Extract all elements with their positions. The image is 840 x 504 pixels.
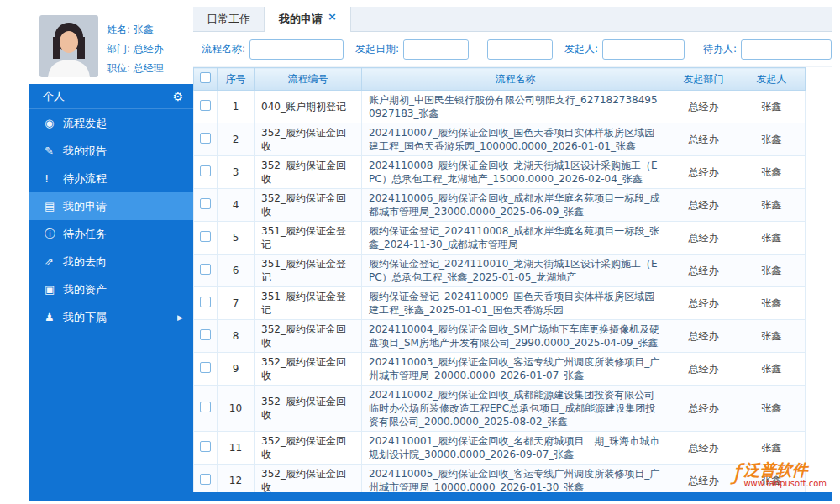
cell-initiator: 张鑫 <box>738 123 806 156</box>
sidebar-item-my-assets[interactable]: ▣我的资产 <box>29 276 193 303</box>
cell-process-name[interactable]: 2024110008_履约保证金回收_龙湖天街城1区设计采购施工（EPC）总承包… <box>362 156 669 189</box>
col-header-no: 序号 <box>218 68 255 91</box>
cell-process-name[interactable]: 履约保证金登记_2024110008_成都水岸华庭名苑项目一标段_张鑫_2024… <box>362 222 669 255</box>
cell-process-name[interactable]: 2024110005_履约保证金回收_客运专线广州调度所装修项目_广州城市管理局… <box>362 465 669 493</box>
initiator-input[interactable] <box>602 39 685 60</box>
sidebar-item-my-reports[interactable]: ✎我的报告 <box>29 137 193 165</box>
cell-process-name[interactable]: 2024110002_履约保证金回收_成都能源建设集团投资有限公司临时办公场所装… <box>362 386 669 432</box>
table-row[interactable]: 2 352_履约保证金回收 2024110007_履约保证金回收_国色天香项目实… <box>194 123 806 156</box>
cell-department: 总经办 <box>669 91 738 123</box>
cell-process-code: 351_履约保证金登记 <box>255 255 362 287</box>
row-checkbox[interactable] <box>200 231 211 242</box>
cell-checkbox <box>194 156 218 189</box>
cell-process-code: 352_履约保证金回收 <box>255 353 362 386</box>
cell-no: 7 <box>218 287 255 320</box>
cell-process-name[interactable]: 2024110001_履约保证金回收_名都天府城项目二期_珠海市城市规划设计院_… <box>362 432 669 465</box>
col-header-initiator: 发起人 <box>738 68 806 91</box>
cell-process-name[interactable]: 2024110006_履约保证金回收_成都水岸华庭名苑项目一标段_成都城市管理局… <box>362 189 669 222</box>
report-icon: ✎ <box>45 144 63 157</box>
date-from-input[interactable] <box>404 41 469 58</box>
avatar <box>39 15 98 77</box>
row-checkbox[interactable] <box>200 264 211 275</box>
cell-process-name[interactable]: 履约保证金登记_2024110010_龙湖天街城1区设计采购施工（EPC）总承包… <box>362 255 669 287</box>
table-row[interactable]: 11 352_履约保证金回收 2024110001_履约保证金回收_名都天府城项… <box>194 432 806 465</box>
row-checkbox[interactable] <box>200 133 211 144</box>
cell-no: 6 <box>218 255 255 287</box>
cell-process-code: 352_履约保证金回收 <box>255 432 362 465</box>
camera-icon: ▣ <box>45 283 63 296</box>
cell-checkbox <box>194 91 218 123</box>
cell-checkbox <box>194 353 218 386</box>
table-row[interactable]: 4 352_履约保证金回收 2024110006_履约保证金回收_成都水岸华庭名… <box>194 189 806 222</box>
date-to-input[interactable] <box>488 41 553 58</box>
col-header-process-name: 流程名称 <box>362 68 669 91</box>
sidebar-item-label: 我的资产 <box>63 282 107 297</box>
row-checkbox[interactable] <box>200 402 211 412</box>
cell-no: 10 <box>218 386 255 432</box>
cell-process-name[interactable]: 2024110004_履约保证金回收_SM广场地下车库更换摄像机及硬盘项目_SM… <box>362 320 669 353</box>
process-name-label: 流程名称: <box>202 42 245 56</box>
cell-initiator: 张鑫 <box>738 156 806 189</box>
sidebar-item-my-applications[interactable]: ▤我的申请 <box>29 192 193 220</box>
cell-process-name[interactable]: 2024110007_履约保证金回收_国色天香项目实体样板房区域园建工程_国色天… <box>362 123 669 156</box>
cell-no: 8 <box>218 320 255 353</box>
table-row[interactable]: 12 352_履约保证金回收 2024110005_履约保证金回收_客运专线广州… <box>194 465 806 493</box>
row-checkbox[interactable] <box>200 362 211 373</box>
process-name-input[interactable] <box>249 39 344 60</box>
table-row[interactable]: 10 352_履约保证金回收 2024110002_履约保证金回收_成都能源建设… <box>194 386 806 432</box>
sidebar-item-process-initiation[interactable]: ◉流程发起 <box>29 109 193 137</box>
row-checkbox[interactable] <box>200 198 211 209</box>
cell-process-code: 352_履约保证金回收 <box>255 123 362 156</box>
table-row[interactable]: 1 040_账户期初登记 账户期初_中国民生银行股份有限公司朝阳支行_62718… <box>194 91 806 123</box>
tab-my-applications[interactable]: 我的申请× <box>265 7 351 32</box>
fanpu-logo-icon: ƒ <box>732 460 740 484</box>
start-date-label: 发起日期: <box>355 42 399 56</box>
sidebar-item-pending-processes[interactable]: !待办流程 <box>29 165 193 192</box>
close-icon[interactable]: × <box>328 10 337 23</box>
row-checkbox[interactable] <box>200 441 211 452</box>
sidebar-item-pending-tasks[interactable]: ⓘ待办任务 <box>29 220 193 248</box>
table-row[interactable]: 5 351_履约保证金登记 履约保证金登记_2024110008_成都水岸华庭名… <box>194 222 806 255</box>
sidebar-item-my-whereabouts[interactable]: ⇗我的去向 <box>29 248 193 276</box>
cell-process-name[interactable]: 2024110003_履约保证金回收_客运专线广州调度所装修项目_广州城市管理局… <box>362 353 669 386</box>
sidebar-item-my-subordinates[interactable]: ♟我的下属▶ <box>29 303 193 331</box>
cell-department: 总经办 <box>669 320 738 353</box>
initiator-label: 发起人: <box>564 42 598 56</box>
cell-process-name[interactable]: 履约保证金登记_2024110009_国色天香项目实体样板房区域园建工程_张鑫_… <box>362 287 669 320</box>
cell-initiator: 张鑫 <box>738 386 806 432</box>
sidebar-item-label: 我的去向 <box>63 255 107 270</box>
cell-process-code: 040_账户期初登记 <box>255 91 362 123</box>
row-checkbox[interactable] <box>200 474 211 485</box>
avatar-image <box>39 15 98 77</box>
cell-process-code: 352_履约保证金回收 <box>255 465 362 493</box>
cell-department: 总经办 <box>669 353 738 386</box>
row-checkbox[interactable] <box>200 165 211 176</box>
col-header-checkbox <box>194 68 218 91</box>
table-row[interactable]: 6 351_履约保证金登记 履约保证金登记_2024110010_龙湖天街城1区… <box>194 255 806 287</box>
table-row[interactable]: 3 352_履约保证金回收 2024110008_履约保证金回收_龙湖天街城1区… <box>194 156 806 189</box>
main-content: 日常工作我的申请× 流程名称: 发起日期: ▦ - ▦ 发起人: 待办人: <box>193 7 832 492</box>
cell-department: 总经办 <box>669 222 738 255</box>
gear-icon[interactable]: ⚙ <box>172 90 183 103</box>
cell-process-name[interactable]: 账户期初_中国民生银行股份有限公司朝阳支行_627182738495092718… <box>362 91 669 123</box>
cell-no: 12 <box>218 465 255 493</box>
select-all-checkbox[interactable] <box>200 72 211 83</box>
date-range-separator: - <box>474 44 477 55</box>
cell-department: 总经办 <box>669 189 738 222</box>
sidebar-item-label: 流程发起 <box>63 116 107 131</box>
bottom-strip <box>29 492 832 501</box>
fanpu-watermark: ƒ 泛普软件 www.fanpusoft.com <box>732 460 827 488</box>
cell-initiator: 张鑫 <box>738 91 806 123</box>
fanpu-url: www.fanpusoft.com <box>743 479 827 488</box>
process-table-body: 1 040_账户期初登记 账户期初_中国民生银行股份有限公司朝阳支行_62718… <box>194 91 806 493</box>
row-checkbox[interactable] <box>200 297 211 307</box>
row-checkbox[interactable] <box>200 100 211 111</box>
cell-department: 总经办 <box>669 123 738 156</box>
row-checkbox[interactable] <box>200 329 211 340</box>
assignee-input[interactable] <box>741 39 832 60</box>
table-row[interactable]: 7 351_履约保证金登记 履约保证金登记_2024110009_国色天香项目实… <box>194 287 806 320</box>
table-row[interactable]: 9 352_履约保证金回收 2024110003_履约保证金回收_客运专线广州调… <box>194 353 806 386</box>
process-table: 序号 流程编号 流程名称 发起部门 发起人 1 040_账户期初登记 账户期初_… <box>193 67 806 492</box>
table-row[interactable]: 8 352_履约保证金回收 2024110004_履约保证金回收_SM广场地下车… <box>194 320 806 353</box>
tab-daily-work[interactable]: 日常工作 <box>193 7 265 31</box>
